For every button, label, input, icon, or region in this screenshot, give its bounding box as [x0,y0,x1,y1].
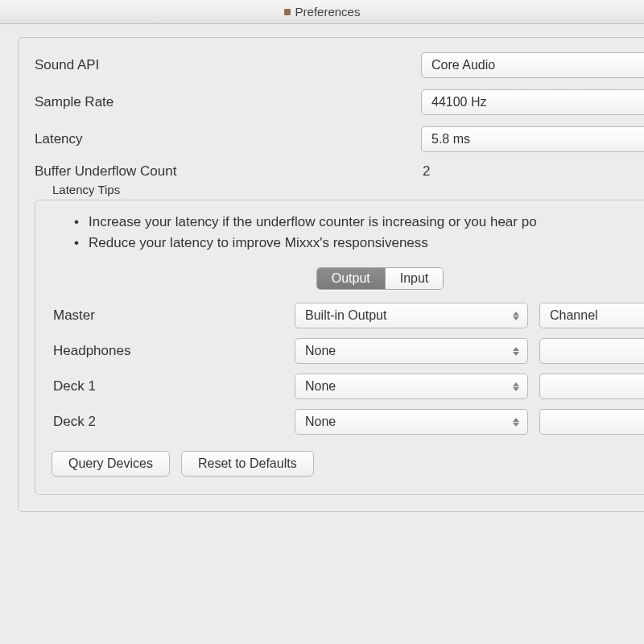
window-title: Preferences [295,5,361,19]
app-icon [284,9,291,15]
label-sound-api: Sound API [35,57,413,73]
query-devices-button[interactable]: Query Devices [52,451,170,477]
select-master-device-value: Built-in Output [305,308,386,323]
updown-icon [513,347,519,356]
select-master-channel[interactable]: Channel [539,303,644,328]
select-deck1-channel[interactable] [539,374,644,399]
select-deck2-channel[interactable] [539,409,644,435]
output-row-headphones: Headphones None [50,338,644,364]
tip-line-1: Increase your latency if the underflow c… [89,214,537,229]
output-row-master: Master Built-in Output Channel [50,303,644,328]
select-headphones-device[interactable]: None [295,338,528,364]
reset-defaults-button[interactable]: Reset to Defaults [181,451,314,477]
select-master-device[interactable]: Built-in Output [295,303,528,328]
tip-line-2: Reduce your latency to improve Mixxx's r… [89,235,428,250]
select-latency[interactable]: 5.8 ms [421,126,644,152]
row-sound-api: Sound API Core Audio [35,52,644,78]
select-latency-value: 5.8 ms [431,132,470,147]
select-sample-rate[interactable]: 44100 Hz [421,89,644,115]
button-row: Query Devices Reset to Defaults [52,451,644,477]
preferences-panel: Sound API Core Audio Sample Rate 44100 H… [18,37,644,512]
row-sample-rate: Sample Rate 44100 Hz [35,89,644,115]
row-buffer-underflow: Buffer Underflow Count 2 [35,163,644,180]
updown-icon [513,418,519,427]
label-master: Master [50,308,283,324]
select-deck2-device-value: None [305,415,336,429]
latency-tips-title: Latency Tips [52,183,644,196]
select-headphones-channel[interactable] [539,338,644,364]
bullet-icon: • [74,233,89,254]
tab-output[interactable]: Output [317,268,386,289]
output-row-deck2: Deck 2 None [50,409,644,435]
io-tab-segment: Output Input [316,267,444,290]
select-sound-api[interactable]: Core Audio [421,52,644,78]
inner-group: •Increase your latency if the underflow … [35,200,644,495]
label-sample-rate: Sample Rate [35,94,413,110]
bullet-icon: • [74,212,89,233]
label-headphones: Headphones [50,343,283,359]
label-latency: Latency [35,131,413,147]
value-buffer-underflow: 2 [421,163,430,180]
select-sample-rate-value: 44100 Hz [431,95,487,109]
window-titlebar: Preferences [0,0,644,24]
select-headphones-device-value: None [305,344,336,358]
select-master-channel-value: Channel [550,308,598,323]
io-tabbar: Output Input [50,267,644,290]
select-deck1-device[interactable]: None [295,374,528,399]
updown-icon [513,312,519,320]
label-deck2: Deck 2 [50,414,283,430]
label-deck1: Deck 1 [50,378,283,394]
label-buffer-underflow: Buffer Underflow Count [35,163,413,180]
select-sound-api-value: Core Audio [431,58,495,72]
latency-tips-text: •Increase your latency if the underflow … [74,212,644,253]
select-deck1-device-value: None [305,379,336,394]
row-latency: Latency 5.8 ms [35,126,644,152]
tab-input[interactable]: Input [386,268,444,289]
output-row-deck1: Deck 1 None [50,374,644,399]
select-deck2-device[interactable]: None [295,409,528,435]
updown-icon [513,382,519,391]
